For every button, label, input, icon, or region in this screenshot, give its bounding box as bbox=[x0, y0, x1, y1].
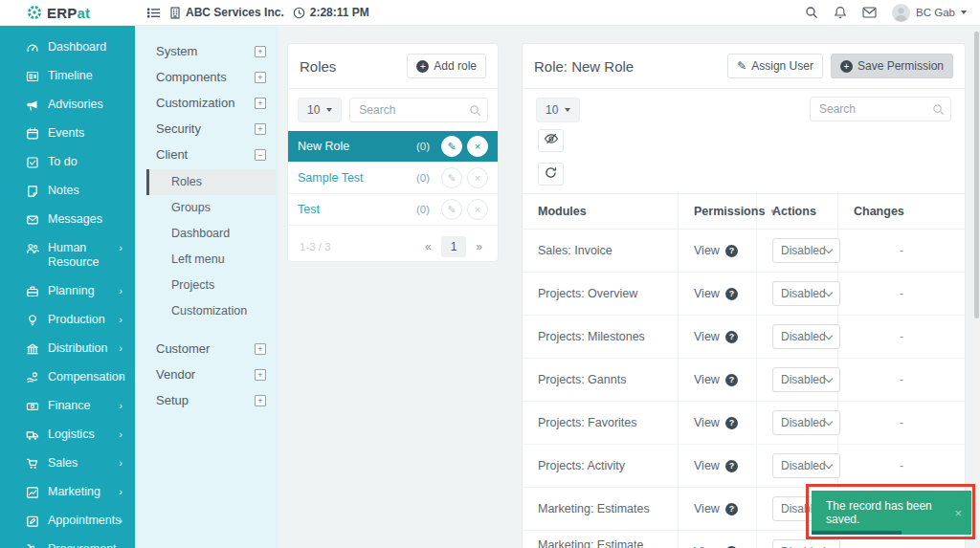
toast-close-icon[interactable]: × bbox=[954, 506, 962, 520]
submenu-section[interactable]: Setup + bbox=[135, 387, 278, 413]
notifications-bell-icon[interactable] bbox=[834, 6, 847, 19]
delete-role-button[interactable]: × bbox=[467, 136, 488, 157]
pagination-next-button[interactable]: » bbox=[472, 238, 486, 255]
submenu-section[interactable]: Customer + bbox=[135, 336, 278, 362]
submenu-section[interactable]: Customization + bbox=[135, 90, 278, 116]
caret-down-icon bbox=[565, 108, 570, 112]
help-circle-icon[interactable]: ? bbox=[725, 503, 738, 515]
submenu-child-label: Roles bbox=[171, 175, 202, 188]
sidebar-item[interactable]: To do › bbox=[0, 147, 135, 176]
menu-toggle-icon[interactable] bbox=[146, 7, 161, 19]
submenu-section[interactable]: Vendor + bbox=[135, 362, 278, 387]
role-list-item[interactable]: Test (0) ✎ × bbox=[288, 194, 498, 226]
submenu-child-item[interactable]: Customization bbox=[135, 298, 278, 324]
action-select[interactable]: Disabled bbox=[772, 453, 840, 478]
action-select[interactable]: Disabled bbox=[772, 281, 840, 306]
assign-user-button[interactable]: ✎ Assign User bbox=[727, 54, 823, 78]
delete-role-button[interactable]: × bbox=[467, 167, 488, 188]
expand-plus-icon[interactable]: + bbox=[255, 395, 266, 406]
submenu-child-item[interactable]: Projects bbox=[135, 273, 278, 298]
sidebar-item[interactable]: Notes › bbox=[0, 176, 135, 205]
sidebar-item[interactable]: Messages › bbox=[0, 205, 135, 233]
column-header-modules[interactable]: Modules bbox=[523, 194, 679, 229]
user-menu[interactable]: BC Gab bbox=[892, 4, 967, 22]
scrollbar-thumb[interactable] bbox=[974, 32, 979, 318]
module-name: Projects: Gannts bbox=[523, 359, 679, 401]
sidebar-item[interactable]: Compensation › bbox=[0, 362, 135, 391]
role-name[interactable]: Sample Test bbox=[298, 171, 416, 185]
page-scrollbar[interactable] bbox=[973, 26, 980, 548]
submenu-child-item[interactable]: Left menu bbox=[135, 247, 278, 273]
sidebar-item[interactable]: Distribution › bbox=[0, 334, 135, 362]
chevron-right-icon: › bbox=[119, 242, 122, 253]
sidebar-item[interactable]: Events › bbox=[0, 119, 135, 147]
sidebar-item[interactable]: Logistics › bbox=[0, 420, 135, 449]
save-permission-button[interactable]: + Save Permission bbox=[831, 54, 953, 78]
edit-role-button[interactable]: ✎ bbox=[441, 199, 462, 220]
action-cell: Disabled bbox=[757, 316, 838, 358]
roles-page-size-select[interactable]: 10 bbox=[298, 98, 342, 122]
role-name[interactable]: New Role bbox=[298, 140, 416, 153]
submenu-child-item[interactable]: Roles bbox=[146, 169, 276, 195]
expand-plus-icon[interactable]: + bbox=[255, 369, 266, 381]
sidebar-item[interactable]: Human Resource › bbox=[0, 233, 135, 276]
sidebar-item[interactable]: Production › bbox=[0, 305, 135, 334]
action-select[interactable]: Disabled bbox=[772, 367, 840, 392]
help-circle-icon[interactable]: ? bbox=[725, 417, 738, 429]
search-icon[interactable] bbox=[805, 6, 818, 19]
messages-envelope-icon[interactable] bbox=[862, 7, 877, 18]
column-header-actions[interactable]: Actions bbox=[757, 194, 838, 229]
pagination-current-page[interactable]: 1 bbox=[441, 236, 467, 257]
action-select[interactable]: Disabled bbox=[772, 539, 840, 548]
collapse-minus-icon[interactable]: − bbox=[255, 149, 266, 161]
help-circle-icon[interactable]: ? bbox=[725, 245, 738, 257]
role-list-item[interactable]: Sample Test (0) ✎ × bbox=[288, 163, 498, 194]
submenu-child-label: Projects bbox=[171, 278, 214, 292]
submenu-section[interactable]: Security + bbox=[135, 116, 278, 142]
refresh-button[interactable] bbox=[538, 163, 564, 186]
app-logo[interactable]: ERPat bbox=[0, 4, 135, 21]
column-header-changes[interactable]: Changes bbox=[838, 194, 965, 229]
pagination-prev-button[interactable]: « bbox=[421, 238, 435, 255]
submenu-section[interactable]: Components + bbox=[135, 64, 278, 90]
company-selector[interactable]: ABC Services Inc. bbox=[169, 6, 284, 19]
action-select[interactable]: Disabled bbox=[772, 238, 840, 263]
delete-role-button[interactable]: × bbox=[467, 199, 488, 220]
expand-plus-icon[interactable]: + bbox=[255, 343, 266, 355]
submenu-child-item[interactable]: Dashboard bbox=[135, 221, 278, 247]
expand-plus-icon[interactable]: + bbox=[255, 72, 266, 83]
sidebar-item[interactable]: Advisories › bbox=[0, 90, 135, 119]
toggle-visibility-button[interactable] bbox=[538, 129, 564, 152]
submenu-section-client[interactable]: Client − bbox=[135, 142, 278, 167]
advisories-icon bbox=[26, 99, 39, 112]
sidebar-item[interactable]: Dashboard › bbox=[0, 33, 135, 61]
add-role-button[interactable]: + Add role bbox=[407, 54, 486, 78]
column-header-permissions[interactable]: Permissions ▾ bbox=[679, 194, 757, 229]
sidebar-item[interactable]: Appointments › bbox=[0, 506, 135, 535]
edit-role-button[interactable]: ✎ bbox=[441, 167, 462, 188]
permissions-search-input[interactable] bbox=[810, 97, 951, 121]
sidebar-item[interactable]: Marketing › bbox=[0, 477, 135, 506]
sidebar-item[interactable]: Planning › bbox=[0, 276, 135, 305]
role-list-item[interactable]: New Role (0) ✎ × bbox=[288, 131, 498, 163]
submenu-section[interactable]: System + bbox=[135, 38, 278, 64]
expand-plus-icon[interactable]: + bbox=[255, 98, 266, 109]
sidebar-item[interactable]: Finance › bbox=[0, 391, 135, 420]
action-select[interactable]: Disabled bbox=[772, 410, 840, 435]
roles-search-input[interactable] bbox=[349, 98, 488, 122]
sidebar-item[interactable]: Sales › bbox=[0, 449, 135, 477]
expand-plus-icon[interactable]: + bbox=[255, 46, 266, 57]
user-name: BC Gab bbox=[916, 7, 955, 18]
submenu-child-item[interactable]: Groups bbox=[135, 195, 278, 221]
expand-plus-icon[interactable]: + bbox=[255, 123, 266, 135]
help-circle-icon[interactable]: ? bbox=[725, 374, 738, 386]
edit-role-button[interactable]: ✎ bbox=[441, 136, 462, 157]
help-circle-icon[interactable]: ? bbox=[725, 288, 738, 300]
role-name[interactable]: Test bbox=[298, 203, 416, 216]
sidebar-item[interactable]: Timeline › bbox=[0, 61, 135, 90]
sidebar-item[interactable]: Procurement › bbox=[0, 535, 135, 548]
help-circle-icon[interactable]: ? bbox=[725, 460, 738, 472]
help-circle-icon[interactable]: ? bbox=[725, 331, 738, 343]
permissions-page-size-select[interactable]: 10 bbox=[536, 98, 580, 122]
action-select[interactable]: Disabled bbox=[772, 324, 840, 349]
